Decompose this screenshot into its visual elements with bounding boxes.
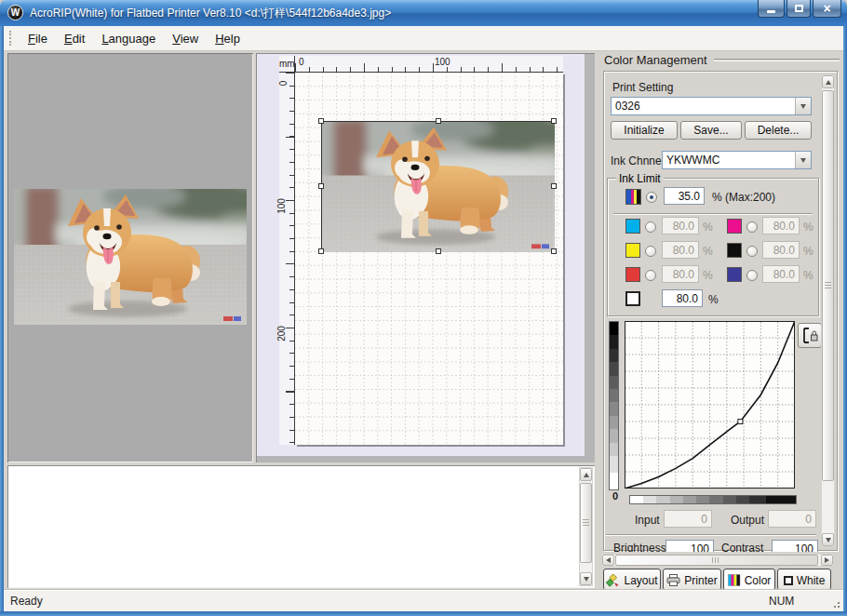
blue-limit-input[interactable] xyxy=(762,265,800,283)
cyan-limit-input[interactable] xyxy=(662,217,699,234)
output-label: Output xyxy=(731,514,764,527)
v-ruler-label-0: 0 xyxy=(278,81,289,87)
arrow-up-icon xyxy=(826,80,831,85)
master-ink-limit-input[interactable] xyxy=(664,187,705,205)
panel-scrollbar-thumb[interactable] xyxy=(822,90,834,481)
panel-scroll-left-button[interactable] xyxy=(602,555,614,566)
input-label: Input xyxy=(635,514,660,527)
brightness-label: Brightness xyxy=(613,542,666,552)
panel-scroll-up-button[interactable] xyxy=(822,75,834,88)
panel-scrollbar-vertical[interactable] xyxy=(821,74,835,547)
delete-button[interactable]: Delete... xyxy=(745,121,812,140)
panel-scroll-right-button[interactable] xyxy=(821,555,833,566)
placed-image[interactable] xyxy=(321,121,554,251)
chevron-down-icon xyxy=(800,104,806,109)
log-scrollbar[interactable] xyxy=(579,467,593,586)
input-value-field[interactable] xyxy=(664,510,712,528)
maximize-button[interactable] xyxy=(786,0,811,18)
red-swatch-icon xyxy=(625,267,640,282)
ink-channel-label: Ink Chnnel xyxy=(611,154,664,167)
selection-handle-n[interactable] xyxy=(436,118,441,124)
menu-file[interactable]: File xyxy=(20,28,56,49)
horizontal-ruler: 0 100 xyxy=(295,56,563,73)
selection-handle-s[interactable] xyxy=(436,248,441,254)
panel-title: Color Management xyxy=(604,53,707,67)
num-lock-indicator: NUM xyxy=(769,595,794,608)
magenta-radio[interactable] xyxy=(746,221,758,233)
yellow-radio[interactable] xyxy=(645,246,656,257)
link-channels-button[interactable] xyxy=(798,323,822,348)
minimize-icon xyxy=(767,10,775,13)
output-value-field[interactable] xyxy=(768,510,816,528)
selection-handle-w[interactable] xyxy=(318,183,324,189)
percent-label: % xyxy=(703,245,713,258)
black-radio[interactable] xyxy=(746,246,758,257)
blue-radio[interactable] xyxy=(746,270,758,281)
cyan-radio[interactable] xyxy=(645,221,656,233)
output-gray-ramp xyxy=(609,321,619,490)
percent-label: % xyxy=(803,245,813,258)
yellow-limit-input[interactable] xyxy=(662,241,699,259)
ink-channel-combobox[interactable]: YKWWMC xyxy=(662,151,812,169)
divider xyxy=(606,534,816,536)
print-setting-combobox[interactable]: 0326 xyxy=(611,97,812,115)
selection-handle-e[interactable] xyxy=(551,183,557,189)
title-bar[interactable]: W AcroRIP(White) for Flatbed Printer Ver… xyxy=(0,0,847,26)
color-icon xyxy=(728,574,741,586)
panel-scrollbar-horizontal[interactable] xyxy=(601,554,834,567)
initialize-button[interactable]: Initialize xyxy=(611,121,678,140)
menu-language[interactable]: Language xyxy=(93,28,164,49)
master-ink-limit-suffix: % (Max:200) xyxy=(712,191,775,204)
log-scroll-up-button[interactable] xyxy=(580,468,592,481)
selection-handle-sw[interactable] xyxy=(318,248,324,254)
tone-curve-plot[interactable] xyxy=(625,321,795,489)
selection-handle-nw[interactable] xyxy=(318,118,324,124)
h-ruler-label-100: 100 xyxy=(435,57,450,67)
menu-edit[interactable]: Edit xyxy=(56,28,93,49)
tab-white[interactable]: White xyxy=(777,569,831,592)
curve-control-point[interactable] xyxy=(738,420,743,424)
tab-layout[interactable]: Layout xyxy=(603,569,661,592)
h-scrollbar-thumb[interactable] xyxy=(615,555,818,566)
layout-canvas-panel: mm 0 100 0 100 200 xyxy=(256,53,595,462)
magenta-limit-input[interactable] xyxy=(762,217,800,234)
window-title: AcroRIP(White) for Flatbed Printer Ver8.… xyxy=(30,6,391,21)
job-log-panel[interactable] xyxy=(7,465,595,588)
minimize-button[interactable] xyxy=(758,0,785,18)
black-limit-input[interactable] xyxy=(762,241,800,259)
corgi-photo-on-page xyxy=(322,122,555,252)
menu-view[interactable]: View xyxy=(164,28,207,49)
tab-printer[interactable]: Printer xyxy=(663,569,721,592)
log-scroll-down-button[interactable] xyxy=(580,572,592,585)
vertical-ruler: 0 100 200 xyxy=(279,73,295,445)
resize-grip[interactable] xyxy=(831,599,840,609)
toolbar-grip[interactable] xyxy=(9,31,12,46)
blue-swatch-icon xyxy=(727,267,742,282)
menu-help[interactable]: Help xyxy=(207,28,249,49)
red-limit-input[interactable] xyxy=(662,265,699,283)
brightness-input[interactable] xyxy=(666,540,714,552)
preview-image xyxy=(14,189,247,325)
white-limit-input[interactable] xyxy=(662,289,703,307)
selection-handle-ne[interactable] xyxy=(551,118,557,124)
log-scrollbar-thumb[interactable] xyxy=(580,483,592,563)
panel-header: Color Management xyxy=(604,53,840,67)
master-ink-limit-radio[interactable] xyxy=(646,192,657,203)
panel-scroll-down-button[interactable] xyxy=(822,533,834,546)
arrow-left-icon xyxy=(606,557,611,563)
red-radio[interactable] xyxy=(645,270,656,281)
maximize-icon xyxy=(795,5,803,12)
combo-dropdown-button[interactable] xyxy=(795,98,811,114)
save-button[interactable]: Save... xyxy=(680,121,742,140)
curve-origin-label: 0 xyxy=(612,490,618,502)
thumb-grip xyxy=(583,519,589,527)
combo-dropdown-button[interactable] xyxy=(795,152,811,168)
window-border-right xyxy=(843,26,847,611)
tab-color[interactable]: Color xyxy=(723,569,775,592)
percent-label: % xyxy=(803,269,813,282)
selection-handle-se[interactable] xyxy=(551,248,557,254)
v-ruler-label-200: 200 xyxy=(276,326,287,341)
close-button[interactable]: × xyxy=(813,0,841,18)
contrast-input[interactable] xyxy=(772,540,818,552)
arrow-right-icon xyxy=(825,557,829,563)
